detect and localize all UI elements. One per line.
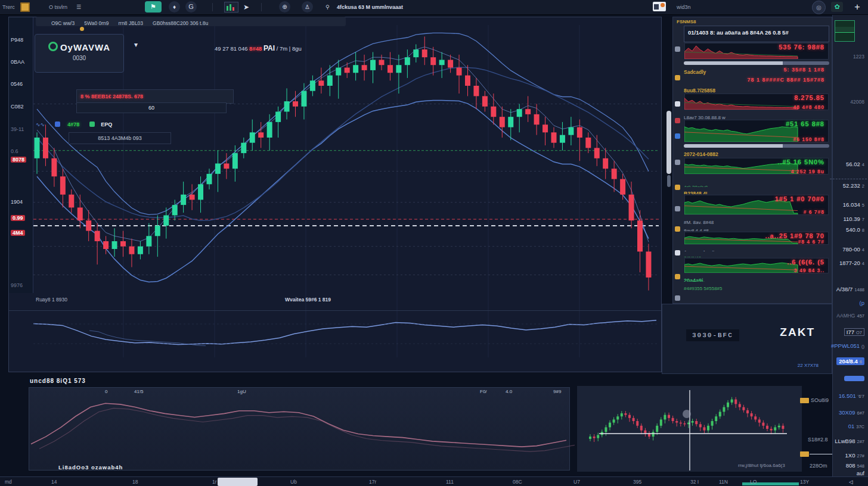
leaf-icon[interactable]: ✿	[831, 2, 843, 12]
quote-value[interactable]: 204/8.46	[836, 357, 864, 365]
quote-suffix: 4	[862, 162, 864, 167]
quote-separator	[830, 179, 867, 179]
watchlist-row[interactable]: ..#5 16 5N0%4 252 19 8u	[684, 157, 829, 175]
watchlist-item-icon[interactable]	[675, 206, 680, 211]
symbol-selector[interactable]: OyWAVWA 0030 ▾	[35, 34, 124, 73]
quote-value[interactable]: 110.397	[843, 216, 864, 222]
globe-icon[interactable]: G	[185, 1, 197, 13]
watchlist-row[interactable]: B23848.4!	[684, 187, 829, 194]
watchlist-item-icon[interactable]	[675, 133, 680, 139]
quote-value[interactable]: 780-004	[842, 246, 864, 253]
horizontal-scrollbar-thumb[interactable]	[218, 478, 258, 486]
quote-value[interactable]: 52.2322	[843, 182, 864, 189]
share-arrow-icon[interactable]: ➤	[243, 0, 249, 14]
watchlist-item-icon[interactable]	[675, 250, 680, 256]
sub-pane-label[interactable]: Ruay8 1 8930	[36, 297, 67, 303]
watchlist-row[interactable]: 78 1 8####C 88## 15#7#8	[684, 76, 829, 84]
quote-value[interactable]: 540.08	[846, 226, 864, 233]
quote-value[interactable]: 42008	[850, 99, 864, 105]
quote-value[interactable]: AAMHG457	[836, 313, 864, 319]
filter-icon[interactable]: ☰	[76, 0, 81, 14]
tab-2[interactable]: rrn8 JBL03	[118, 18, 143, 28]
watchlist-item-icon[interactable]	[675, 274, 680, 279]
watchlist-row[interactable]: 20a4a9i.	[684, 274, 829, 282]
profile-icon[interactable]: ♙	[302, 1, 313, 13]
watchlist-row[interactable]: Sadcadly5: 35#8 1 1#8	[684, 66, 829, 76]
indicator-legend-box[interactable]: 60	[76, 102, 227, 113]
watchlist-scrollbar[interactable]	[684, 61, 829, 65]
watchlist-item-icon[interactable]	[675, 226, 680, 232]
watchlist-item-icon[interactable]	[675, 75, 680, 80]
watchlist-row[interactable]: Jayvagn Arvsllava	[684, 245, 829, 251]
tab-0[interactable]: O9C ww/3	[51, 18, 75, 28]
watchlist-item-icon[interactable]	[675, 46, 680, 52]
quote-value[interactable]: 1X027#	[845, 452, 864, 459]
quote-value[interactable]: 0137C	[848, 423, 864, 429]
mini-chart-thumbnail[interactable]	[835, 20, 855, 42]
chevron-down-icon[interactable]: ▾	[134, 40, 138, 49]
account-label[interactable]: O tsvlrn	[49, 0, 67, 14]
row-value-2: 48 4#8 480	[793, 104, 824, 110]
watchlist-item-icon[interactable]	[675, 101, 680, 107]
quote-value[interactable]: (p	[860, 300, 864, 306]
tab-1[interactable]: 5Wa0 0rn9	[84, 18, 108, 28]
quote-value[interactable]: 16.0345	[843, 201, 864, 208]
tab-3[interactable]: GB0hss88C200 306 t.8u	[153, 18, 208, 28]
time-axis-label: 13Y	[800, 479, 809, 485]
add-button[interactable]: +	[851, 0, 863, 14]
menu-button[interactable]: Trerc	[2, 0, 15, 14]
layout-icon[interactable]	[653, 2, 666, 11]
camera-icon[interactable]: ◎	[812, 1, 826, 14]
watchlist-row[interactable]: 4M2MAMS 5:3d	[684, 175, 829, 180]
watchlist-row[interactable]	[684, 143, 829, 148]
chart-thumb-icon[interactable]	[224, 2, 238, 13]
watchlist-row[interactable]: 8qv8 4.4 #8	[684, 224, 829, 231]
quote-value[interactable]: 30X096#7	[839, 409, 864, 416]
watchlist-row[interactable]: 8.275.8548 4#8 480	[684, 93, 829, 111]
row-label: L8av7 30.08.88.8 w	[684, 115, 726, 119]
instrument-code[interactable]: 3030-BFC	[686, 329, 739, 341]
quote-value[interactable]: 1877-204	[839, 260, 864, 266]
quote-value[interactable]: 56.024	[846, 161, 864, 167]
watchlist-row[interactable]: 2072-014-0882	[684, 148, 829, 157]
pin-icon[interactable]: ⚲	[326, 0, 330, 14]
row-link[interactable]: 20a4a9i.	[684, 278, 705, 282]
back-icon[interactable]: ◁	[849, 479, 853, 485]
watchlist-row[interactable]: ..6 (6(6. (53 49 84 3..	[684, 257, 829, 274]
watchlist-row[interactable]: ..a..25 1#9 78 70#8 4 6 7#	[684, 231, 829, 245]
watchlist-row[interactable]: 01/1403 8: au a0a#a a6 8#4A 26 0.8 5#	[684, 26, 829, 42]
price-axis-label: 9976	[11, 282, 31, 288]
quote-value[interactable]: 808548	[846, 462, 864, 469]
watchlist-row[interactable]: #51 65 8#8#6 150 8#8	[684, 119, 829, 143]
quote-value[interactable]: I77O7	[844, 328, 864, 336]
watchlist-item-icon[interactable]	[675, 160, 680, 165]
vertical-scrollbar[interactable]	[666, 111, 671, 174]
watchlist-row[interactable]: 4r0 28a9v8	[684, 180, 829, 187]
watchlist-item-icon[interactable]	[675, 295, 680, 301]
watchlist-item-icon[interactable]	[675, 185, 680, 190]
watchlist-row[interactable]: L8av7 30.08.88.8 w	[684, 111, 829, 119]
blue-chip-icon[interactable]	[55, 122, 60, 127]
quote-value[interactable]: 16.501'6'7	[839, 392, 864, 399]
watchlist-row[interactable]: #M. 8av. 8#48	[684, 216, 829, 224]
watchlist-row[interactable]: 535 76: 98#8	[684, 42, 829, 60]
watchlist-row[interactable]	[684, 60, 829, 66]
price-axis-label: 0.99	[11, 215, 25, 221]
quote-value[interactable]: 1223	[853, 54, 864, 60]
bottom-panel-footer: Li8adOo3 ozawab4h	[58, 464, 123, 471]
bell-icon[interactable]: ♦	[169, 1, 180, 13]
world-icon[interactable]: ⊕	[279, 1, 290, 13]
flag-button[interactable]: ⚑	[145, 1, 162, 13]
quote-value[interactable]: 8#8#8	[844, 376, 864, 381]
quote-value[interactable]: #PPWL051()	[831, 342, 864, 349]
quote-value[interactable]: LLwB982#7	[835, 438, 864, 444]
green-chip-icon[interactable]	[89, 122, 95, 127]
watchlist-row[interactable]: #4#9355 5#558#5	[684, 282, 829, 290]
watchlist-row[interactable]: 1#5 1 #0 70#0# 6 7#8	[684, 194, 829, 216]
watchlist-row[interactable]: 8uu8.7/25858	[684, 84, 829, 93]
quote-value[interactable]: A/38/71488	[836, 286, 864, 292]
watchlist-row[interactable]: 8/6/6/48	[684, 251, 829, 257]
watchlist-item-icon[interactable]	[675, 118, 680, 123]
quote-value[interactable]: auf	[857, 470, 864, 476]
logo-icon[interactable]	[20, 2, 30, 12]
